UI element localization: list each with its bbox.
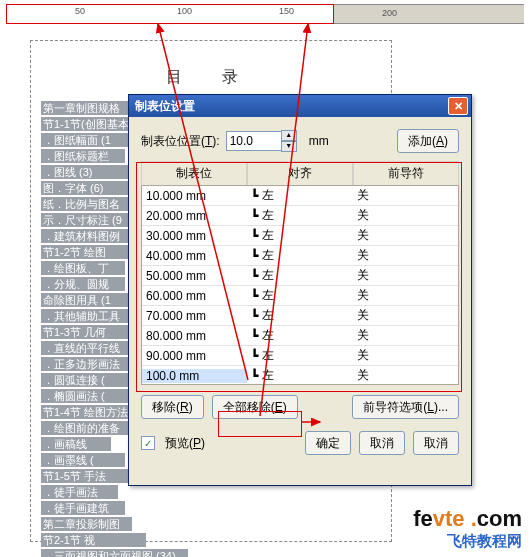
tab-row[interactable]: 60.000 mm┗左关 <box>142 286 458 306</box>
toc-line: 节2-1节 视 <box>41 533 146 547</box>
tab-stops-dialog: 制表位设置 ✕ 制表位位置(T): ▲ ▼ mm 添加(A) 制表位 对齐 前导… <box>128 94 472 486</box>
dialog-titlebar[interactable]: 制表位设置 ✕ <box>129 95 471 117</box>
toc-line: ．画墨线 ( <box>41 453 125 467</box>
toc-line: 第二章投影制图 <box>41 517 132 531</box>
close-icon: ✕ <box>454 100 463 113</box>
toc-line: ．建筑材料图例 <box>41 229 132 243</box>
tab-row[interactable]: 80.000 mm┗左关 <box>142 326 458 346</box>
toc-line: ．图线 (3) <box>41 165 132 179</box>
tab-row-position: 10.000 mm <box>142 189 247 203</box>
tab-row-position: 30.000 mm <box>142 229 247 243</box>
tab-row-align: ┗左 <box>247 327 352 344</box>
toc-line: ．其他辅助工具 <box>41 309 132 323</box>
tab-row[interactable]: 70.000 mm┗左关 <box>142 306 458 326</box>
tab-row-leader: 关 <box>353 327 458 344</box>
tab-list[interactable]: 10.000 mm┗左关20.000 mm┗左关30.000 mm┗左关40.0… <box>141 186 459 385</box>
tab-row-align: ┗左 <box>247 347 352 364</box>
tab-row-position: 40.000 mm <box>142 249 247 263</box>
spinner-down-icon[interactable]: ▼ <box>281 141 297 152</box>
align-left-icon: ┗ <box>251 309 258 323</box>
toc-line: 图．字体 (6) <box>41 181 139 195</box>
tab-row-align: ┗左 <box>247 367 352 384</box>
align-left-icon: ┗ <box>251 229 258 243</box>
tab-row-position: 50.000 mm <box>142 269 247 283</box>
toc-line: ．绘图前的准备 <box>41 421 132 435</box>
ruler-inactive-area: 200 <box>334 4 524 24</box>
dialog-title: 制表位设置 <box>135 98 195 115</box>
tab-row-leader: 关 <box>353 187 458 204</box>
remove-button[interactable]: 移除(R) <box>141 395 204 419</box>
tab-row-align: ┗左 <box>247 247 352 264</box>
cancel-button[interactable]: 取消 <box>359 431 405 455</box>
align-left-icon: ┗ <box>251 369 258 383</box>
close-button[interactable]: ✕ <box>448 97 468 115</box>
align-left-icon: ┗ <box>251 349 258 363</box>
col-header-position: 制表位 <box>141 161 247 185</box>
toc-line: ．直线的平行线 <box>41 341 132 355</box>
toc-line: 节1-5节 手法 <box>41 469 139 483</box>
watermark: fevte .com 飞特教程网 <box>413 506 522 551</box>
tab-row-position: 90.000 mm <box>142 349 247 363</box>
horizontal-ruler[interactable]: 50 100 150 <box>7 5 333 23</box>
toc-line: ．椭圆画法 ( <box>41 389 132 403</box>
tab-row[interactable]: 100.0 mm┗左关 <box>142 366 458 385</box>
tab-row-position: 60.000 mm <box>142 289 247 303</box>
tab-row-align: ┗左 <box>247 207 352 224</box>
tab-row[interactable]: 90.000 mm┗左关 <box>142 346 458 366</box>
align-left-icon: ┗ <box>251 189 258 203</box>
toc-line: 命除图用具 (1 <box>41 293 139 307</box>
toc-line: ．图纸幅面 (1 <box>41 133 139 147</box>
remove-all-button[interactable]: 全部移除(E) <box>212 395 298 419</box>
preview-label: 预览(P) <box>165 435 205 452</box>
tab-row-leader: 关 <box>353 227 458 244</box>
toc-line: ．图纸标题栏 <box>41 149 125 163</box>
toc-line: ．分规、圆规 <box>41 277 125 291</box>
tab-row[interactable]: 10.000 mm┗左关 <box>142 186 458 206</box>
tab-row-leader: 关 <box>353 367 458 384</box>
tab-row-align: ┗左 <box>247 187 352 204</box>
toc-line: ．徒手画法 <box>41 485 118 499</box>
tab-row-align: ┗左 <box>247 227 352 244</box>
tab-position-spinner[interactable]: ▲ ▼ <box>226 130 297 152</box>
tab-row[interactable]: 30.000 mm┗左关 <box>142 226 458 246</box>
preview-checkbox[interactable]: ✓ <box>141 436 155 450</box>
ruler-label: 200 <box>382 8 397 18</box>
tab-row-position: 100.0 mm <box>142 369 247 383</box>
tab-list-header: 制表位 对齐 前导符 <box>141 161 459 186</box>
tab-row-position: 80.000 mm <box>142 329 247 343</box>
tab-row-leader: 关 <box>353 267 458 284</box>
align-left-icon: ┗ <box>251 249 258 263</box>
spinner-up-icon[interactable]: ▲ <box>281 130 297 141</box>
align-left-icon: ┗ <box>251 209 258 223</box>
toc-line: ．圆弧连接 ( <box>41 373 132 387</box>
toc-line: ．画稿线 <box>41 437 111 451</box>
tab-row[interactable]: 50.000 mm┗左关 <box>142 266 458 286</box>
ruler-highlight-box: 50 100 150 <box>6 4 334 24</box>
cancel-button-2[interactable]: 取消 <box>413 431 459 455</box>
tab-row-position: 70.000 mm <box>142 309 247 323</box>
tab-position-input[interactable] <box>226 131 282 151</box>
ruler-label: 50 <box>75 6 85 16</box>
align-left-icon: ┗ <box>251 269 258 283</box>
tab-row-leader: 关 <box>353 247 458 264</box>
align-left-icon: ┗ <box>251 329 258 343</box>
ok-button[interactable]: 确定 <box>305 431 351 455</box>
page-title: 目 录 <box>31 67 391 88</box>
toc-line: ．正多边形画法 <box>41 357 132 371</box>
tab-position-label: 制表位位置(T): <box>141 133 220 150</box>
tab-row-position: 20.000 mm <box>142 209 247 223</box>
ruler-label: 150 <box>279 6 294 16</box>
col-header-leader: 前导符 <box>353 161 459 185</box>
tab-row-align: ┗左 <box>247 287 352 304</box>
tab-row-leader: 关 <box>353 287 458 304</box>
align-left-icon: ┗ <box>251 289 258 303</box>
toc-line: ．绘图板、丁 <box>41 261 125 275</box>
tab-row[interactable]: 40.000 mm┗左关 <box>142 246 458 266</box>
col-header-align: 对齐 <box>247 161 353 185</box>
add-button[interactable]: 添加(A) <box>397 129 459 153</box>
leader-options-button[interactable]: 前导符选项(L)... <box>352 395 459 419</box>
ruler-label: 100 <box>177 6 192 16</box>
tab-row-leader: 关 <box>353 347 458 364</box>
tab-row[interactable]: 20.000 mm┗左关 <box>142 206 458 226</box>
toc-line: ．徒手画建筑 <box>41 501 125 515</box>
